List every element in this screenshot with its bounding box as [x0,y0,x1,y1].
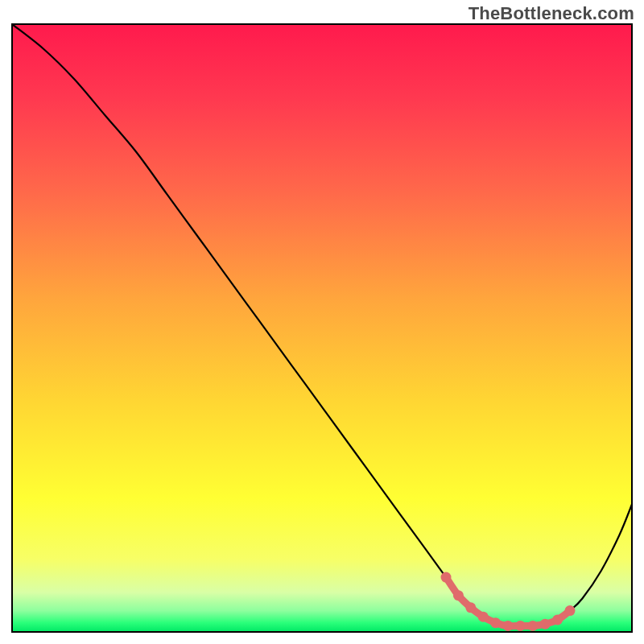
chart-stage: TheBottleneck.com [0,0,644,644]
optimal-zone-point [441,572,452,583]
bottleneck-chart [0,0,644,644]
optimal-zone-point [540,619,551,630]
watermark-label: TheBottleneck.com [469,3,634,24]
optimal-zone-point [552,614,563,625]
plot-area [12,24,632,632]
optimal-zone-point [565,605,576,616]
optimal-zone-point [515,621,526,631]
optimal-zone-point [490,617,501,628]
optimal-zone-point [465,602,476,613]
optimal-zone-point [478,612,489,622]
optimal-zone-point [503,621,514,631]
optimal-zone-point [453,590,464,601]
optimal-zone-point [527,621,538,631]
